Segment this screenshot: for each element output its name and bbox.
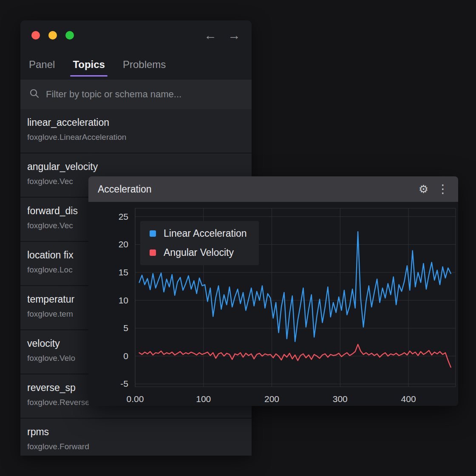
topic-schema: foxglove.LinearAcceleration — [27, 133, 245, 142]
acceleration-chart-panel: Acceleration ⚙ ⋮ -505101520250.001002003… — [88, 176, 458, 406]
kebab-menu-icon[interactable]: ⋮ — [437, 183, 449, 195]
chart-plot-area[interactable]: -505101520250.00100200300400 Linear Acce… — [88, 202, 458, 406]
minimize-window-icon[interactable] — [48, 31, 57, 40]
chart-legend: Linear Acceleration Angular Velocity — [140, 221, 259, 265]
svg-text:0: 0 — [123, 351, 128, 361]
svg-text:25: 25 — [119, 212, 128, 221]
topic-row-linear-acceleration[interactable]: linear_acceleration foxglove.LinearAccel… — [20, 109, 252, 153]
legend-label: Angular Velocity — [164, 247, 234, 258]
back-arrow-icon[interactable]: ← — [204, 29, 217, 42]
topic-name: angular_velocity — [27, 161, 245, 173]
nav-arrows: ← → — [204, 29, 241, 42]
svg-text:300: 300 — [333, 394, 348, 404]
tab-panel[interactable]: Panel — [27, 52, 57, 77]
svg-text:10: 10 — [119, 295, 128, 305]
sidebar-tabs: Panel Topics Problems — [20, 50, 252, 79]
chart-panel-title: Acceleration — [98, 184, 152, 195]
close-window-icon[interactable] — [31, 31, 40, 40]
tab-problems[interactable]: Problems — [121, 52, 167, 77]
topic-search-bar — [20, 79, 252, 109]
topic-schema: foxglove.Forward — [27, 442, 245, 451]
svg-text:15: 15 — [119, 267, 128, 277]
svg-text:5: 5 — [123, 323, 128, 333]
chart-panel-header[interactable]: Acceleration ⚙ ⋮ — [88, 176, 458, 202]
legend-swatch-red — [150, 249, 156, 256]
topic-name: rpms — [27, 426, 245, 438]
svg-text:20: 20 — [119, 239, 128, 249]
tab-topics-label: Topics — [73, 59, 105, 70]
svg-text:0.00: 0.00 — [127, 394, 144, 404]
tab-topics[interactable]: Topics — [71, 52, 107, 77]
forward-arrow-icon[interactable]: → — [228, 29, 241, 42]
svg-text:400: 400 — [401, 394, 416, 404]
search-input[interactable] — [45, 88, 243, 100]
legend-item-angular-velocity[interactable]: Angular Velocity — [150, 247, 247, 258]
search-icon — [29, 88, 40, 101]
settings-gear-icon[interactable]: ⚙ — [419, 184, 428, 195]
svg-text:-5: -5 — [120, 379, 128, 388]
legend-item-linear-acceleration[interactable]: Linear Acceleration — [150, 228, 247, 239]
legend-swatch-blue — [150, 230, 156, 237]
topic-name: linear_acceleration — [27, 117, 245, 128]
svg-text:200: 200 — [264, 394, 279, 404]
traffic-lights — [31, 31, 74, 40]
legend-label: Linear Acceleration — [164, 228, 247, 239]
topic-row-rpms[interactable]: rpms foxglove.Forward — [20, 419, 252, 456]
maximize-window-icon[interactable] — [65, 31, 74, 40]
svg-text:100: 100 — [196, 394, 211, 404]
chart-panel-actions: ⚙ ⋮ — [419, 183, 449, 195]
active-tab-underline — [70, 75, 108, 76]
window-titlebar: ← → — [20, 20, 252, 50]
